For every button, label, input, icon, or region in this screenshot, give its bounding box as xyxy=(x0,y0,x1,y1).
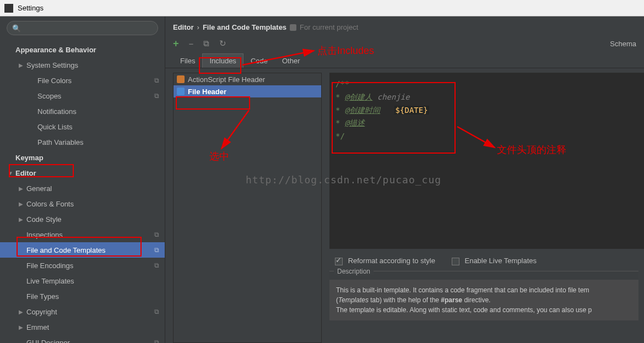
sidebar-item[interactable]: ▶Emmet xyxy=(0,319,165,335)
app-icon xyxy=(4,4,13,13)
sidebar-item-label: System Settings xyxy=(26,61,165,69)
live-templates-label: Enable Live Templates xyxy=(464,257,537,265)
window-title: Settings xyxy=(18,4,44,12)
template-editor[interactable]: /** * @创建人 chenjie * @创建时间 ${DATE} * @描述… xyxy=(329,73,644,249)
sidebar-item[interactable]: Inspections⧉ xyxy=(0,227,165,242)
sidebar-item[interactable]: File Encodings⧉ xyxy=(0,258,165,273)
search-icon: 🔍 xyxy=(12,24,21,32)
sidebar-item-label: Appearance & Behavior xyxy=(15,46,165,54)
project-scope-icon: ⧉ xyxy=(154,308,159,315)
reset-button[interactable]: ↻ xyxy=(219,39,226,48)
breadcrumb-part2: File and Code Templates xyxy=(203,23,286,31)
work-area: ActionScript File HeaderFile Header /** … xyxy=(165,68,644,343)
tree-arrow-icon: ▼ xyxy=(8,170,15,176)
template-item[interactable]: ActionScript File Header xyxy=(174,73,321,85)
sidebar-item[interactable]: ▶System Settings xyxy=(0,57,165,73)
settings-sidebar: 🔍 Appearance & Behavior▶System SettingsF… xyxy=(0,17,165,343)
sidebar-item[interactable]: Path Variables xyxy=(0,134,165,150)
sidebar-item-label: File Colors xyxy=(37,77,154,85)
description-title: Description xyxy=(334,268,374,275)
reformat-label: Reformat according to style xyxy=(348,257,435,265)
sidebar-item-label: Emmet xyxy=(26,323,165,331)
sidebar-item-label: Colors & Fonts xyxy=(26,200,165,208)
scope-icon xyxy=(290,24,296,31)
sidebar-item-label: Code Style xyxy=(26,215,165,224)
sidebar-item-label: Quick Lists xyxy=(37,123,165,131)
project-scope-icon: ⧉ xyxy=(154,231,159,238)
reformat-option[interactable]: Reformat according to style xyxy=(335,257,435,265)
schema-label[interactable]: Schema xyxy=(610,40,636,48)
live-templates-checkbox[interactable] xyxy=(452,258,459,265)
titlebar: Settings xyxy=(0,0,644,17)
tab-includes[interactable]: Includes xyxy=(202,53,243,68)
breadcrumb-scope: For current project xyxy=(300,23,358,31)
search-input[interactable] xyxy=(7,21,158,35)
sidebar-item[interactable]: Keymap xyxy=(0,150,165,165)
tree-arrow-icon: ▶ xyxy=(19,186,26,192)
sidebar-item[interactable]: ▶Code Style xyxy=(0,211,165,227)
sidebar-item[interactable]: Appearance & Behavior xyxy=(0,42,165,57)
copy-button[interactable]: ⧉ xyxy=(203,39,209,48)
editor-tag: @描述 xyxy=(345,118,365,127)
sidebar-item[interactable]: Live Templates xyxy=(0,273,165,288)
sidebar-item-label: Path Variables xyxy=(37,138,165,146)
editor-variable: ${DATE} xyxy=(394,106,429,115)
breadcrumb-sep: › xyxy=(197,23,199,31)
sidebar-item-label: Scopes xyxy=(37,92,154,100)
sidebar-item-label: Editor xyxy=(15,169,165,177)
sidebar-item[interactable]: File Types xyxy=(0,288,165,304)
sidebar-item-label: File Encodings xyxy=(26,262,154,270)
breadcrumb: Editor › File and Code Templates For cur… xyxy=(165,17,644,36)
main: 🔍 Appearance & Behavior▶System SettingsF… xyxy=(0,17,644,343)
reformat-checkbox[interactable] xyxy=(335,258,343,265)
template-item[interactable]: File Header xyxy=(174,85,321,97)
tab-code[interactable]: Code xyxy=(243,53,275,68)
sidebar-item[interactable]: Notifications xyxy=(0,104,165,119)
editor-star: * xyxy=(335,106,345,115)
templates-toolbar: + − ⧉ ↻ Schema xyxy=(165,36,644,51)
sidebar-item[interactable]: Scopes⧉ xyxy=(0,88,165,104)
sidebar-item-label: General xyxy=(26,184,165,193)
breadcrumb-part1: Editor xyxy=(173,23,194,31)
sidebar-item[interactable]: Quick Lists xyxy=(0,119,165,134)
project-scope-icon: ⧉ xyxy=(154,262,159,269)
sidebar-item[interactable]: File and Code Templates⧉ xyxy=(0,242,165,258)
editor-star: * xyxy=(335,92,345,101)
tab-other[interactable]: Other xyxy=(275,53,307,68)
sidebar-item-label: File Types xyxy=(26,292,165,301)
description-box: Description This is a built-in template.… xyxy=(329,271,638,320)
tree-arrow-icon: ▶ xyxy=(19,324,26,330)
project-scope-icon: ⧉ xyxy=(154,246,159,254)
sidebar-item[interactable]: ▶Copyright⧉ xyxy=(0,304,165,319)
sidebar-item[interactable]: File Colors⧉ xyxy=(0,73,165,88)
project-scope-icon: ⧉ xyxy=(154,77,159,84)
tab-files[interactable]: Files xyxy=(173,53,202,68)
sidebar-item[interactable]: ▶General xyxy=(0,181,165,196)
sidebar-item-label: Keymap xyxy=(15,154,165,162)
sidebar-item[interactable]: ▶Colors & Fonts xyxy=(0,196,165,211)
sidebar-item-label: Inspections xyxy=(26,231,154,239)
settings-tree: Appearance & Behavior▶System SettingsFil… xyxy=(0,40,165,343)
sidebar-item-label: Live Templates xyxy=(26,277,165,285)
add-button[interactable]: + xyxy=(173,38,179,50)
editor-tag: @创建人 xyxy=(345,92,372,101)
live-templates-option[interactable]: Enable Live Templates xyxy=(452,257,537,265)
editor-line: /** xyxy=(335,79,349,88)
file-icon xyxy=(177,75,185,83)
project-scope-icon: ⧉ xyxy=(154,92,159,100)
remove-button[interactable]: − xyxy=(189,39,194,48)
project-scope-icon: ⧉ xyxy=(154,339,159,343)
template-item-label: ActionScript File Header xyxy=(188,75,265,84)
tree-arrow-icon: ▶ xyxy=(19,309,26,315)
content-area: Editor › File and Code Templates For cur… xyxy=(165,17,644,343)
tree-arrow-icon: ▶ xyxy=(19,201,26,207)
editor-val: chenjie xyxy=(372,92,409,101)
sidebar-item[interactable]: ▼Editor xyxy=(0,165,165,181)
template-tabs: FilesIncludesCodeOther xyxy=(165,53,644,68)
sidebar-item-label: Notifications xyxy=(37,107,165,116)
editor-star: * xyxy=(335,118,345,127)
sidebar-item[interactable]: GUI Designer⧉ xyxy=(0,335,165,343)
file-icon xyxy=(177,88,185,95)
editor-line: */ xyxy=(335,132,345,140)
tree-arrow-icon: ▶ xyxy=(19,62,26,68)
